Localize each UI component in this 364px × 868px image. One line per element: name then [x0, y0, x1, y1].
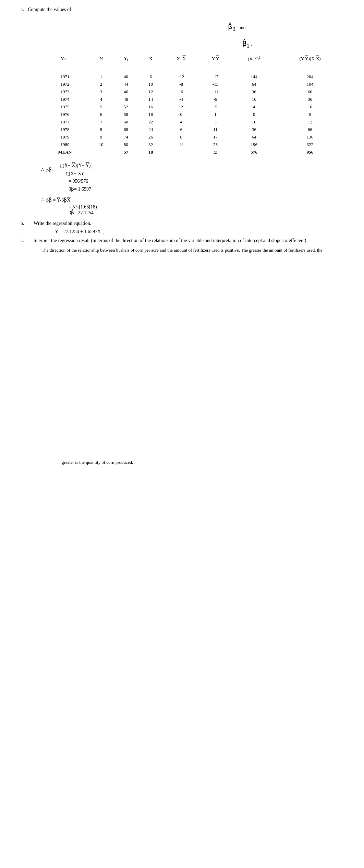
table-cell: 3	[89, 88, 113, 96]
table-cell: 68	[113, 126, 138, 133]
table-cell: 16	[231, 118, 277, 126]
table-cell: MEAN	[41, 148, 89, 156]
col-y-ybar: Y-Y	[199, 55, 232, 63]
arrow-symbol2: ∴	[41, 197, 44, 203]
beta0-result: ββ̂= 27.1254	[69, 210, 343, 216]
part-a-section: a. Compute the values of β̂0 and β̂1 . Y…	[21, 7, 343, 216]
table-cell: 18	[138, 148, 163, 156]
table-cell: 40	[113, 73, 138, 81]
beta1-fraction: ∑(X− X)(Y− Y) ∑(X− X)2	[58, 163, 92, 177]
part-b-label: b. Write the regression equation.	[21, 221, 343, 226]
table-cell: 11	[199, 126, 232, 133]
table-cell: 80	[113, 141, 138, 148]
table-cell: 0	[277, 111, 343, 118]
table-cell: 6	[163, 126, 199, 133]
part-b-text: Write the regression equation.	[34, 221, 91, 226]
table-cell: 1974	[41, 96, 89, 103]
table-cell: 5	[89, 103, 113, 111]
table-cell: 26	[138, 133, 163, 141]
table-cell: 36	[277, 96, 343, 103]
table-cell: -13	[199, 81, 232, 88]
table-cell: 0	[163, 111, 199, 118]
table-cell: 1975	[41, 103, 89, 111]
col-y: Yi	[113, 55, 138, 63]
table-row: 19799742681764136	[41, 133, 343, 141]
table-cell: -11	[199, 88, 232, 96]
table-cell: 8	[163, 133, 199, 141]
table-cell: 8	[89, 126, 113, 133]
table-cell: 66	[277, 126, 343, 133]
table-cell: 1979	[41, 133, 89, 141]
table-row: 197444814-4-91636	[41, 96, 343, 103]
beta0-symbol: β̂0	[228, 23, 235, 33]
table-cell: 1971	[41, 73, 89, 81]
bottom-text: greater is the quantity of corn produced…	[62, 460, 343, 465]
table-cell: 1	[199, 111, 232, 118]
table-cell: 44	[113, 81, 138, 88]
table-cell: 48	[113, 96, 138, 103]
table-cell: 66	[277, 88, 343, 96]
table-row: MEAN5718Σ576956	[41, 148, 343, 156]
col-x: X	[138, 55, 163, 63]
dot-text: .	[251, 42, 252, 47]
table-cell: -9	[199, 96, 232, 103]
table-cell: 36	[231, 88, 277, 96]
part-b-letter: b.	[21, 221, 24, 226]
part-a-label: a. Compute the values of	[21, 7, 343, 12]
col-x-sq: (X-X)2	[231, 55, 277, 63]
interpret-paragraph: The direction of the relationship betwee…	[41, 247, 323, 254]
table-cell: 17	[199, 133, 232, 141]
bottom-section: greater is the quantity of corn produced…	[21, 460, 343, 465]
beta1-result: ββ̂= 1.6597	[69, 186, 343, 192]
table-cell: -8	[163, 81, 199, 88]
table-row: 197776022431612	[41, 118, 343, 126]
table-cell: 1980	[41, 141, 89, 148]
table-cell: 3	[199, 118, 232, 126]
table-cell: 0	[231, 111, 277, 118]
table-cell: 144	[231, 73, 277, 81]
table-row: 1978868246113666	[41, 126, 343, 133]
table-cell: 9	[89, 133, 113, 141]
table-cell: 4	[163, 118, 199, 126]
table-cell: -2	[163, 103, 199, 111]
part-c-letter: c.	[21, 238, 24, 243]
beta0-calc: = 57-[1.66(18)]	[69, 204, 343, 210]
table-cell: 18	[138, 111, 163, 118]
table-cell: 1973	[41, 88, 89, 96]
table-cell: 64	[231, 81, 277, 88]
table-cell: 14	[163, 141, 199, 148]
table-cell: 32	[138, 141, 163, 148]
table-row: 197224410-8-1364104	[41, 81, 343, 88]
table-cell: 10	[89, 141, 113, 148]
table-cell: 58	[113, 111, 138, 118]
table-cell: 23	[199, 141, 232, 148]
table-cell	[89, 148, 113, 156]
table-cell: 74	[113, 133, 138, 141]
table-cell: 22	[138, 118, 163, 126]
col-n: N	[89, 55, 113, 63]
beta1-symbol: β̂1	[242, 39, 250, 49]
table-cell: 60	[113, 118, 138, 126]
table-row: 19801080321423196322	[41, 141, 343, 148]
table-cell: 64	[231, 133, 277, 141]
table-cell: 24	[138, 126, 163, 133]
table-cell: 16	[231, 96, 277, 103]
arrow-symbol: ∴	[41, 167, 44, 173]
table-cell: 576	[231, 148, 277, 156]
beta1-container: β̂1 .	[21, 39, 343, 49]
table-cell: 104	[277, 81, 343, 88]
table-cell: -12	[163, 73, 199, 81]
beta0-formula-text: ββ̂ = Y-ββ̂X	[46, 197, 71, 203]
table-cell: 10	[277, 103, 343, 111]
table-cell: 196	[231, 141, 277, 148]
beta0-formula-section: ∴ ββ̂ = Y-ββ̂X = 57-[1.66(18)] ββ̂= 27.1…	[41, 197, 343, 216]
table-cell: 956	[277, 148, 343, 156]
table-cell: 1972	[41, 81, 89, 88]
and-text: and	[239, 25, 246, 31]
table-cell: -17	[199, 73, 232, 81]
table-cell: 1	[89, 73, 113, 81]
regression-equation: Ŷ = 27.1254 + 1.6597X ,	[55, 229, 343, 234]
table-cell: 136	[277, 133, 343, 141]
table-cell: 16	[138, 103, 163, 111]
beta1-formula-line: ∴ ββ̂= ∑(X− X)(Y− Y) ∑(X− X)2	[41, 163, 343, 177]
